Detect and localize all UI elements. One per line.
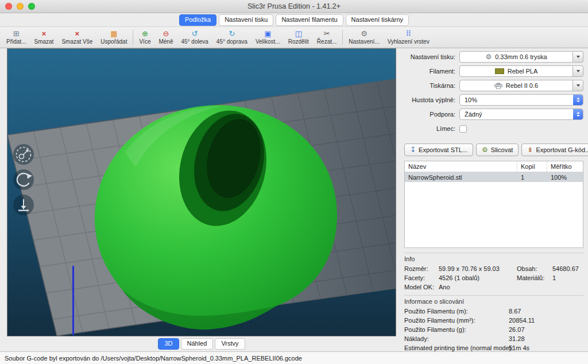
printer-icon	[494, 83, 502, 89]
toolbar-delete[interactable]: × Smazat	[30, 27, 57, 48]
printer-value: Rebel II 0.6	[506, 82, 538, 89]
toolbar-more-copies[interactable]: ⊕ Více	[135, 27, 154, 48]
toolbar-cut[interactable]: ✂ Řezat...	[313, 27, 341, 48]
toolbar-settings-label: Nastavení...	[349, 38, 379, 45]
brim-label: Límec:	[404, 125, 459, 132]
tab-filament-settings[interactable]: Nastavení filamentu	[276, 14, 343, 26]
sliced-info-section: Informace o slicování Použito Filamentu …	[404, 295, 583, 351]
rotate-right-icon: ↻	[229, 30, 235, 38]
toolbar-scale-label: Velikost...	[256, 38, 280, 45]
filament-g-label: Použito Filamentu (g):	[404, 326, 509, 333]
column-header-copies[interactable]: Kopií	[517, 161, 547, 172]
close-button[interactable]	[5, 3, 12, 10]
window-controls	[5, 3, 35, 10]
toolbar-rotate-left[interactable]: ↺ 45° doleva	[177, 27, 212, 48]
filament-g-value: 26.07	[509, 326, 583, 333]
toolbar-delete-label: Smazat	[34, 38, 53, 45]
view-tab-preview[interactable]: Náhled	[181, 338, 214, 350]
slice-button[interactable]: ⚙ Slicovat	[476, 144, 519, 156]
export-gcode-button[interactable]: ⇟ Exportovat G-kód...	[521, 144, 588, 156]
print-time-label: Estimated printing time (normal mode):	[404, 344, 509, 351]
info-section: Info Rozměr: 59.99 x 70.76 x 59.03 Obsah…	[404, 253, 583, 291]
toolbar-arrange[interactable]: ▦ Uspořádat	[96, 27, 131, 48]
toolbar-add-label: Přidat...	[6, 38, 26, 45]
print-settings-label: Nastavení tisku:	[404, 53, 459, 60]
cut-icon: ✂	[324, 30, 330, 38]
toolbar-cut-label: Řezat...	[317, 38, 336, 45]
gizmo-scale-button[interactable]	[13, 144, 34, 165]
toolbar-rotate-left-label: 45° doleva	[181, 38, 208, 45]
sliced-info-title: Informace o slicování	[404, 298, 583, 305]
minimize-button[interactable]	[17, 3, 24, 10]
toolbar-fewer-copies[interactable]: ⊖ Méně	[154, 27, 177, 48]
column-header-scale[interactable]: Měřítko	[547, 161, 583, 172]
toolbar: ⊞ Přidat... × Smazat × Smazat Vše ▦ Uspo…	[0, 26, 588, 48]
infill-density-label: Hustota výplně:	[404, 96, 459, 103]
tab-print-settings[interactable]: Nastavení tisku	[219, 14, 273, 26]
window-titlebar: Slic3r Prusa Edition - 1.41.2+	[0, 0, 588, 13]
toolbar-layer-smoothing-label: Vyhlazení vrstev	[388, 38, 430, 45]
column-header-name[interactable]: Název	[405, 161, 517, 172]
volume-value: 54680.67	[552, 265, 583, 272]
object-copies-cell: 1	[517, 174, 547, 181]
printer-combo[interactable]: Rebel II 0.6	[459, 80, 583, 91]
add-copies-icon: ⊕	[142, 30, 148, 38]
toolbar-split[interactable]: ◫ Rozdělit	[284, 27, 313, 48]
filament-swatch	[495, 68, 504, 74]
print-settings-value: 0.33mm 0.6 tryska	[495, 53, 547, 60]
materials-value: 1	[552, 274, 583, 281]
manifold-value: Ano	[439, 284, 517, 291]
support-label: Podpora:	[404, 111, 459, 118]
tab-plater[interactable]: Podložka	[179, 14, 216, 26]
filament-combo[interactable]: Rebel PLA	[459, 65, 583, 77]
slice-label: Slicovat	[491, 146, 513, 153]
info-section-title: Info	[404, 255, 583, 262]
remove-copies-icon: ⊖	[163, 30, 169, 38]
action-buttons: ↧ Exportovat STL... ⚙ Slicovat ⇟ Exporto…	[404, 144, 583, 156]
size-value: 59.99 x 70.76 x 59.03	[439, 265, 517, 272]
toolbar-rotate-right-label: 45° doprava	[216, 38, 247, 45]
toolbar-delete-all-label: Smazat Vše	[61, 38, 92, 45]
printer-dropdown-button[interactable]	[573, 80, 583, 91]
zoom-button[interactable]	[28, 3, 35, 10]
viewport-3d[interactable]	[7, 48, 396, 336]
export-stl-icon: ↧	[410, 146, 416, 153]
facets-label: Facety:	[404, 274, 439, 281]
toolbar-delete-all[interactable]: × Smazat Vše	[57, 27, 96, 48]
tab-printer-settings[interactable]: Nastavení tiskárny	[346, 14, 409, 26]
gizmo-place-on-face-button[interactable]	[13, 195, 34, 215]
filament-dropdown-button[interactable]	[573, 65, 583, 77]
toolbar-layer-smoothing[interactable]: ⠿ Vyhlazení vrstev	[384, 27, 434, 48]
export-stl-label: Exportovat STL...	[419, 146, 467, 153]
toolbar-rotate-right[interactable]: ↻ 45° doprava	[212, 27, 252, 48]
table-row[interactable]: NarrowSpheroid.stl 1 100%	[405, 172, 583, 182]
toolbar-arrange-label: Uspořádat	[100, 38, 127, 45]
object-settings-icon: ⚙	[361, 30, 368, 38]
view-tab-3d[interactable]: 3D	[158, 338, 179, 350]
export-stl-button[interactable]: ↧ Exportovat STL...	[404, 144, 473, 156]
toolbar-scale[interactable]: ▣ Velikost...	[252, 27, 284, 48]
support-value: Žádný	[460, 111, 573, 118]
object-list-table[interactable]: Název Kopií Měřítko NarrowSpheroid.stl 1…	[404, 161, 583, 248]
infill-density-select[interactable]: 10%	[459, 94, 583, 106]
chevron-down-icon	[577, 84, 580, 87]
scale-icon: ▣	[264, 30, 271, 38]
printer-label: Tiskárna:	[404, 82, 459, 89]
materials-label: Materiálů:	[517, 274, 552, 281]
view-tab-layers[interactable]: Vrstvy	[215, 338, 245, 350]
plater-left-column: 3D Náhled Vrstvy	[0, 48, 396, 351]
brim-checkbox[interactable]	[459, 125, 467, 133]
window-title: Slic3r Prusa Edition - 1.41.2+	[0, 2, 588, 10]
print-settings-dropdown-button[interactable]	[573, 51, 583, 63]
print-settings-combo[interactable]: ⚙ 0.33mm 0.6 tryska	[459, 51, 583, 63]
support-select[interactable]: Žádný	[459, 109, 583, 120]
toolbar-add-object[interactable]: ⊞ Přidat...	[2, 27, 30, 48]
filament-mm3-value: 20854.11	[509, 317, 583, 324]
gizmo-rotate-button[interactable]	[13, 169, 34, 190]
toolbar-object-settings[interactable]: ⚙ Nastavení...	[345, 27, 383, 48]
chevron-down-icon	[577, 70, 580, 72]
size-label: Rozměr:	[404, 265, 439, 272]
toolbar-split-label: Rozdělit	[288, 38, 309, 45]
export-gcode-icon: ⇟	[527, 146, 533, 153]
split-icon: ◫	[295, 30, 302, 38]
